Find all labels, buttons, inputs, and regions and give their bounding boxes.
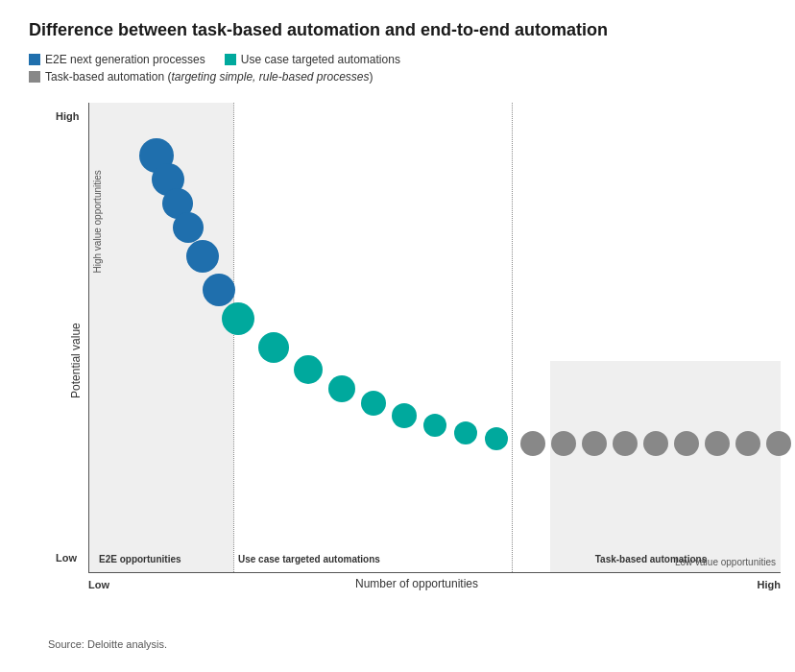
- teal-dot-7: [423, 414, 446, 437]
- teal-dot-2: [258, 332, 289, 363]
- legend-item-gray: Task-based automation (targeting simple,…: [29, 70, 766, 84]
- source-label: Source: Deloitte analysis.: [48, 638, 766, 650]
- chart-wrapper: Potential value High Low High value oppo…: [48, 93, 785, 631]
- gray-dot-icon: [29, 71, 40, 83]
- gray-dot-2: [551, 431, 576, 456]
- blue-dot-icon: [29, 54, 40, 65]
- y-high-label: High: [56, 110, 79, 122]
- blue-dot-5: [186, 240, 219, 273]
- legend: E2E next generation processes Use case t…: [29, 53, 766, 84]
- legend-item-blue: E2E next generation processes: [29, 53, 205, 66]
- gray-dot-6: [674, 431, 699, 456]
- gray-dot-1: [520, 431, 545, 456]
- y-low-label: Low: [56, 552, 77, 564]
- teal-dot-9: [485, 427, 508, 450]
- x-low-label: Low: [88, 579, 109, 590]
- x-axis-label: Number of opportunities: [355, 577, 478, 590]
- dots-svg: [89, 103, 781, 572]
- blue-dot-4: [173, 212, 204, 243]
- gray-dot-8: [735, 431, 760, 456]
- teal-dot-icon: [225, 54, 236, 65]
- blue-dot-6: [203, 274, 235, 306]
- gray-dot-5: [643, 431, 668, 456]
- gray-dot-4: [613, 431, 638, 456]
- x-high-label: High: [758, 579, 781, 590]
- teal-dot-6: [392, 403, 417, 428]
- legend-label-gray: Task-based automation (targeting simple,…: [45, 70, 373, 84]
- gray-dot-7: [705, 431, 730, 456]
- gray-dot-9: [766, 431, 791, 456]
- teal-dot-5: [361, 391, 386, 416]
- legend-item-teal: Use case targeted automations: [225, 53, 400, 66]
- legend-label-blue: E2E next generation processes: [45, 53, 205, 66]
- y-axis-label: Potential value: [69, 324, 83, 399]
- teal-dot-8: [454, 421, 477, 444]
- teal-dot-1: [222, 302, 254, 335]
- legend-label-teal: Use case targeted automations: [241, 53, 400, 66]
- teal-dot-3: [294, 355, 323, 384]
- plot-area: High value opportunities Low value oppor…: [88, 103, 781, 573]
- gray-dot-3: [582, 431, 607, 456]
- teal-dot-4: [328, 375, 355, 402]
- title: Difference between task-based automation…: [29, 19, 766, 41]
